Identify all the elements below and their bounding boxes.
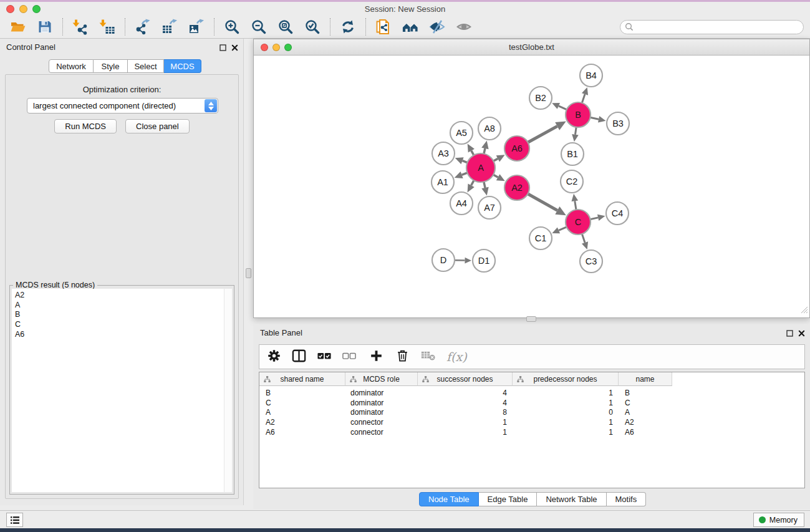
list-item[interactable]: A6 <box>12 330 232 340</box>
table-settings-gear-icon[interactable] <box>268 349 281 365</box>
close-panel-button[interactable]: Close panel <box>125 119 190 133</box>
column-type-icon <box>517 376 524 385</box>
titlebar: Session: New Session <box>0 2 810 16</box>
delete-table-icon[interactable] <box>421 350 435 364</box>
tab-edge-table[interactable]: Edge Table <box>479 492 538 506</box>
close-table-panel-icon[interactable] <box>798 328 805 339</box>
svg-text:B4: B4 <box>586 70 597 80</box>
export-network-icon[interactable] <box>135 19 151 35</box>
tab-select[interactable]: Select <box>128 59 164 73</box>
graph-node-C4[interactable]: C4 <box>606 202 629 225</box>
edge-arrowhead-icon <box>597 215 605 221</box>
graph-node-C[interactable]: C <box>566 210 591 235</box>
table-row[interactable]: A2connector11A2 <box>259 418 804 428</box>
resize-grip-icon[interactable] <box>800 305 808 316</box>
graph-node-D[interactable]: D <box>432 249 455 271</box>
desktop-background-strip <box>0 528 810 532</box>
graph-node-A7[interactable]: A7 <box>478 196 501 219</box>
show-all-networks-icon[interactable] <box>402 19 418 35</box>
list-item[interactable]: A2 <box>12 291 232 301</box>
run-mcds-button[interactable]: Run MCDS <box>54 119 117 133</box>
mcds-result-list[interactable]: A2 A B C A6 <box>12 289 232 492</box>
column-header-name[interactable]: name <box>619 372 672 386</box>
zoom-fit-icon[interactable] <box>277 19 294 35</box>
import-network-icon[interactable] <box>72 19 89 35</box>
graph-node-A[interactable]: A <box>466 153 495 182</box>
column-header-shared-name[interactable]: shared name <box>259 372 345 386</box>
svg-text:C4: C4 <box>612 208 624 218</box>
function-builder-icon[interactable]: f(x) <box>446 350 467 364</box>
list-item[interactable]: A <box>12 301 232 311</box>
graph-node-A2[interactable]: A2 <box>504 175 529 200</box>
float-table-panel-icon[interactable] <box>786 328 793 339</box>
select-all-icon[interactable] <box>317 351 331 362</box>
float-panel-icon[interactable] <box>219 42 226 54</box>
column-type-icon <box>264 376 271 385</box>
memory-button[interactable]: Memory <box>753 513 804 527</box>
column-header-predecessor-nodes[interactable]: predecessor nodes <box>513 372 619 386</box>
graph-node-A6[interactable]: A6 <box>504 136 529 161</box>
svg-text:B1: B1 <box>567 149 578 159</box>
table-header-row: shared name MCDS role successor nodes pr… <box>259 372 804 386</box>
graph-node-A5[interactable]: A5 <box>450 122 473 144</box>
export-image-icon[interactable] <box>188 19 205 35</box>
graph-node-B1[interactable]: B1 <box>561 143 584 165</box>
tab-style[interactable]: Style <box>94 59 128 73</box>
table-row[interactable]: Bdominator41B <box>259 389 804 399</box>
table-row[interactable]: Cdominator41C <box>259 399 804 409</box>
list-scrollbar[interactable] <box>224 289 232 492</box>
edge-arrowhead-icon <box>572 134 579 142</box>
list-item[interactable]: B <box>12 310 232 320</box>
edge-arrowhead-icon <box>572 194 579 201</box>
graph-node-A4[interactable]: A4 <box>450 192 473 215</box>
graph-node-C3[interactable]: C3 <box>580 250 602 273</box>
search-input[interactable] <box>620 20 804 34</box>
network-window-title: testGlobe.txt <box>254 42 809 52</box>
memory-status-icon <box>759 516 766 523</box>
open-session-icon[interactable] <box>10 19 26 35</box>
table-row[interactable]: A6connector11A6 <box>259 428 804 438</box>
graph-node-B4[interactable]: B4 <box>580 64 602 87</box>
close-panel-icon[interactable] <box>231 42 238 54</box>
tab-motifs[interactable]: Motifs <box>607 492 647 506</box>
delete-column-icon[interactable] <box>397 349 408 365</box>
zoom-in-icon[interactable] <box>224 19 240 35</box>
optimization-criterion-dropdown[interactable]: largest connected component (directed) <box>27 98 218 114</box>
edge-arrowhead-icon <box>455 157 464 164</box>
tab-network-table[interactable]: Network Table <box>537 492 606 506</box>
graph-node-C2[interactable]: C2 <box>561 170 583 193</box>
vertical-splitter-grip[interactable] <box>246 268 251 278</box>
show-columns-icon[interactable] <box>292 349 306 365</box>
horizontal-splitter-grip[interactable] <box>526 316 536 322</box>
zoom-selected-icon[interactable] <box>304 19 321 35</box>
zoom-out-icon[interactable] <box>251 19 267 35</box>
deselect-all-icon[interactable] <box>342 351 356 362</box>
import-table-icon[interactable] <box>99 19 115 35</box>
toggle-graphics-details-icon[interactable] <box>456 19 472 35</box>
graph-node-A1[interactable]: A1 <box>432 171 454 193</box>
tab-node-table[interactable]: Node Table <box>419 492 479 506</box>
column-header-mcds-role[interactable]: MCDS role <box>345 372 418 386</box>
save-session-icon[interactable] <box>37 19 53 35</box>
add-column-icon[interactable] <box>370 349 383 365</box>
graph-node-A8[interactable]: A8 <box>478 117 501 140</box>
table-panel: Table Panel f(x) shared name MCDS role s… <box>253 324 810 509</box>
graph-node-D1[interactable]: D1 <box>473 249 495 272</box>
task-history-button[interactable] <box>6 513 23 527</box>
export-table-icon[interactable] <box>162 19 178 35</box>
hide-selected-icon[interactable] <box>429 19 445 35</box>
list-item[interactable]: C <box>12 320 232 330</box>
graph-node-A3[interactable]: A3 <box>432 142 455 165</box>
graph-node-B2[interactable]: B2 <box>529 87 552 109</box>
tab-mcds[interactable]: MCDS <box>164 59 201 73</box>
table-row[interactable]: Adominator80A <box>259 408 804 418</box>
graph-node-B[interactable]: B <box>566 102 591 127</box>
graph-node-B3[interactable]: B3 <box>607 112 629 135</box>
refresh-icon[interactable] <box>340 19 356 35</box>
tab-network[interactable]: Network <box>49 59 94 73</box>
svg-text:A4: A4 <box>456 198 467 208</box>
clone-network-icon[interactable] <box>375 19 392 35</box>
column-header-successor-nodes[interactable]: successor nodes <box>418 372 513 386</box>
graph-node-C1[interactable]: C1 <box>529 227 552 249</box>
network-canvas[interactable]: B4B2BB3A5A8A6A3AB1A1C2A2A4A7C4CC1C3DD1 <box>254 56 809 317</box>
